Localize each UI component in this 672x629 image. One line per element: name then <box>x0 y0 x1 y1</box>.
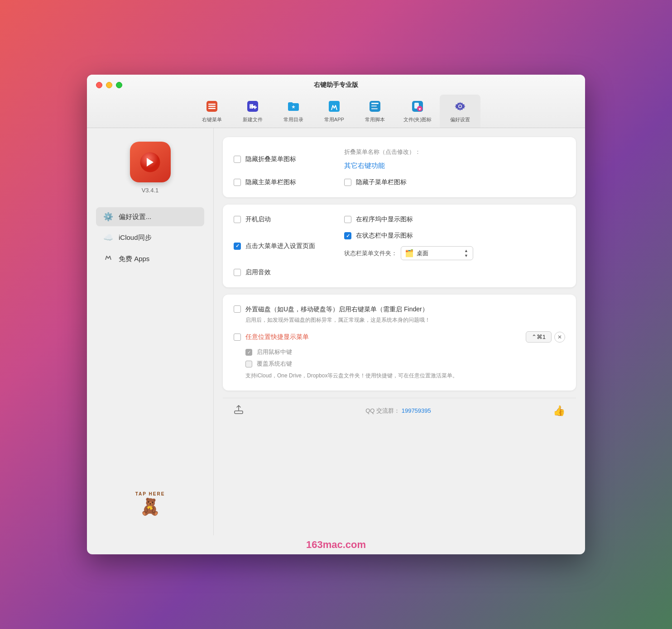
watermark: 163mac.com <box>87 535 585 554</box>
boot-start-group: 开机启动 <box>234 215 333 224</box>
like-button[interactable]: 👍 <box>553 405 565 417</box>
external-disk-main: 外置磁盘（如U盘，移动硬盘等）启用右键菜单（需重启 Finder） <box>234 305 565 314</box>
hide-submenu-bar-checkbox[interactable] <box>344 179 351 186</box>
app-window: 右键助手专业版 右键菜单 + <box>87 75 585 554</box>
toolbar-label-new-file: 新建文件 <box>243 116 263 123</box>
status-bar-folder-label: 状态栏菜单文件夹： <box>344 249 397 257</box>
toolbar-item-common-dir[interactable]: 常用目录 <box>273 95 314 128</box>
fold-menu-name-group: 折叠菜单名称（点击修改）： 其它右键功能 <box>344 148 565 170</box>
export-icon[interactable] <box>234 405 244 417</box>
toolbar-item-new-file[interactable]: + 新建文件 <box>232 95 273 128</box>
toolbar-item-file-icon[interactable]: ♥ 文件(夹)图标 <box>395 95 440 128</box>
folder-select-dropdown[interactable]: 🗂️ 桌面 ▲ ▼ <box>401 246 473 260</box>
toolbar-item-context-menu[interactable]: 右键菜单 <box>192 95 232 128</box>
settings-panel: 隐藏折叠菜单图标 折叠菜单名称（点击修改）： 其它右键功能 隐藏主菜单栏图标 隐… <box>214 128 585 535</box>
menu-icon <box>204 98 220 114</box>
hide-fold-icon-checkbox[interactable] <box>234 156 241 163</box>
boot-start-checkbox[interactable] <box>234 216 241 223</box>
card-external-disk: 外置磁盘（如U盘，移动硬盘等）启用右键菜单（需重启 Finder） 启用后，如发… <box>223 295 576 391</box>
shortcut-clear-button[interactable]: ✕ <box>554 332 565 343</box>
sidebar-nav: ⚙️ 偏好设置... ☁️ iCloud同步 免费 Apps <box>96 207 204 271</box>
enable-sound-group: 启用音效 <box>234 268 333 276</box>
toolbar-label-common-script: 常用脚本 <box>365 116 385 123</box>
quick-menu-checkbox[interactable] <box>234 334 241 341</box>
maximize-button[interactable] <box>116 82 122 88</box>
folder-name-text: 桌面 <box>417 249 428 257</box>
file-icon-toolbar: ♥ <box>409 98 426 114</box>
sidebar-item-free-apps-label: 免费 Apps <box>119 255 149 263</box>
sidebar-item-icloud[interactable]: ☁️ iCloud同步 <box>96 228 204 247</box>
apps-icon <box>103 253 113 265</box>
enable-sound-label: 启用音效 <box>245 268 271 276</box>
toolbar-item-common-script[interactable]: 常用脚本 <box>355 95 395 128</box>
sidebar-item-icloud-label: iCloud同步 <box>119 233 152 242</box>
show-in-dock-checkbox[interactable] <box>344 216 351 223</box>
click-enter-settings-label: 点击大菜单进入设置页面 <box>245 242 315 250</box>
show-in-status-bar-label: 在状态栏中显示图标 <box>356 232 413 240</box>
svg-rect-6 <box>250 104 253 109</box>
close-button[interactable] <box>96 82 102 88</box>
sidebar-item-preferences-label: 偏好设置... <box>119 213 152 221</box>
titlebar: 右键助手专业版 右键菜单 + <box>87 75 585 128</box>
override-right-click-group: 覆盖系统右键 <box>245 360 565 368</box>
click-enter-settings-checkbox[interactable] <box>234 243 241 250</box>
app-icon-toolbar <box>326 98 342 114</box>
external-disk-label: 外置磁盘（如U盘，移动硬盘等）启用右键菜单（需重启 Finder） <box>245 305 428 314</box>
hide-main-bar-label: 隐藏主菜单栏图标 <box>245 178 296 186</box>
minimize-button[interactable] <box>106 82 112 88</box>
svg-text:♥: ♥ <box>418 107 421 111</box>
svg-rect-22 <box>235 411 243 414</box>
boot-start-label: 开机启动 <box>245 215 271 224</box>
tap-here-text: TAP HERE <box>135 491 165 496</box>
sidebar-item-preferences[interactable]: ⚙️ 偏好设置... <box>96 207 204 226</box>
enable-sound-checkbox[interactable] <box>234 269 241 276</box>
toolbar-label-common-dir: 常用目录 <box>283 116 303 123</box>
svg-rect-2 <box>208 106 216 107</box>
toolbar-item-preferences[interactable]: 偏好设置 <box>440 95 480 128</box>
sidebar-bottom: TAP HERE 🧸 <box>130 486 171 522</box>
enable-mouse-middle-checkbox[interactable] <box>245 349 252 356</box>
sidebar-item-free-apps[interactable]: 免费 Apps <box>96 249 204 269</box>
show-in-dock-group: 在程序坞中显示图标 <box>344 215 565 224</box>
traffic-lights <box>96 82 122 88</box>
toolbar-label-common-app: 常用APP <box>324 116 344 123</box>
external-disk-checkbox[interactable] <box>234 305 241 313</box>
folder-star-icon <box>285 98 302 114</box>
script-icon <box>367 98 383 114</box>
override-right-click-checkbox[interactable] <box>245 361 252 367</box>
cloud-icon: ☁️ <box>103 233 113 243</box>
content-area: V3.4.1 ⚙️ 偏好设置... ☁️ iCloud同步 免费 A <box>87 128 585 535</box>
footer: QQ 交流群： 199759395 👍 <box>223 398 576 423</box>
hide-submenu-bar-group: 隐藏子菜单栏图标 <box>344 178 565 186</box>
settings-gear-icon <box>452 98 468 114</box>
mascot-emoji: 🧸 <box>140 497 161 516</box>
version-label: V3.4.1 <box>142 187 159 194</box>
new-file-icon: + <box>245 98 261 114</box>
qq-number[interactable]: 199759395 <box>402 407 431 414</box>
gear-icon: ⚙️ <box>103 212 113 222</box>
cloud-support-text: 支持iCloud，One Drive，Dropbox等云盘文件夹！使用快捷键，可… <box>245 372 565 380</box>
svg-point-20 <box>459 105 461 108</box>
toolbar-label-context-menu: 右键菜单 <box>202 116 222 123</box>
toolbar: 右键菜单 + 新建文件 <box>96 95 576 128</box>
card-general-settings: 开机启动 在程序坞中显示图标 点击大菜单进入设置页面 <box>223 205 576 287</box>
fold-menu-title: 折叠菜单名称（点击修改）： <box>344 148 565 156</box>
window-title: 右键助手专业版 <box>314 81 358 89</box>
app-logo <box>130 142 171 182</box>
show-in-status-bar-group: 在状态栏中显示图标 状态栏菜单文件夹： 🗂️ 桌面 ▲ <box>344 232 565 260</box>
show-in-status-bar-checkbox[interactable] <box>344 232 351 239</box>
shortcut-kbd-display[interactable]: ⌃⌘1 <box>526 331 552 343</box>
fold-menu-value[interactable]: 其它右键功能 <box>344 162 565 170</box>
svg-rect-11 <box>371 103 379 104</box>
svg-rect-3 <box>208 108 216 110</box>
enable-mouse-middle-group: 启用鼠标中键 <box>245 348 565 356</box>
quick-menu-label: 任意位置快捷显示菜单 <box>245 333 309 341</box>
hide-main-bar-checkbox[interactable] <box>234 179 241 186</box>
enable-mouse-middle-label: 启用鼠标中键 <box>257 348 292 356</box>
override-right-click-label: 覆盖系统右键 <box>257 360 292 368</box>
qq-label: QQ 交流群： 199759395 <box>365 407 431 415</box>
toolbar-item-common-app[interactable]: 常用APP <box>314 95 355 128</box>
sidebar: V3.4.1 ⚙️ 偏好设置... ☁️ iCloud同步 免费 A <box>87 128 214 535</box>
quick-menu-row: 任意位置快捷显示菜单 ⌃⌘1 ✕ <box>234 331 565 343</box>
tap-here-mascot[interactable]: TAP HERE 🧸 <box>130 486 171 522</box>
